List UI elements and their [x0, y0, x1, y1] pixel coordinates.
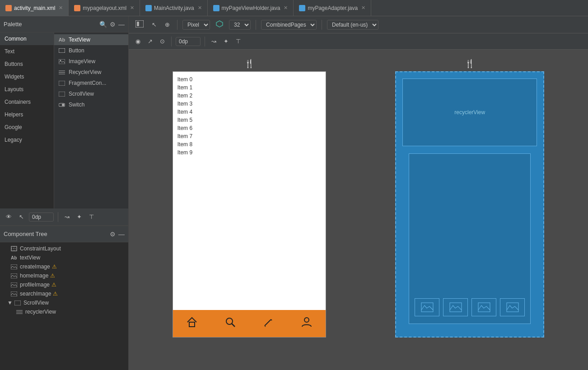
config-selector[interactable]: CombinedPages	[261, 20, 317, 30]
svg-rect-24	[189, 322, 195, 327]
category-item-legacy[interactable]: Legacy	[0, 134, 54, 146]
widget-icon-fragmentcon	[58, 80, 66, 86]
toolbar-btn-select[interactable]: ↖	[17, 212, 26, 222]
toolbar-btn-align[interactable]: ⊤	[233, 37, 243, 46]
api-selector[interactable]: 32	[229, 20, 251, 30]
category-item-layouts[interactable]: Layouts	[0, 83, 54, 96]
widget-scrollview[interactable]: ScrollView	[54, 88, 128, 99]
widget-recyclerview[interactable]: RecyclerView	[54, 67, 128, 78]
palette-minimize-icon[interactable]: —	[118, 21, 125, 28]
tree-expand-scrollview[interactable]: ▼	[7, 300, 14, 306]
palette-search-icon[interactable]: 🔍	[99, 21, 107, 28]
widget-list: Ab TextView Button ImageView	[54, 32, 128, 208]
tree-item-searchimage[interactable]: searchImage ⚠	[0, 289, 128, 298]
tab-mypageviewholder[interactable]: myPageViewHolder.java ✕	[208, 0, 294, 16]
blueprint-preview: 🍴 recyclerView	[395, 59, 544, 338]
widget-label-recyclerview: RecyclerView	[69, 69, 101, 75]
svg-point-9	[62, 103, 65, 106]
tab-activity-main[interactable]: activity_main.xml ✕	[0, 0, 69, 16]
tab-close-activity-main[interactable]: ✕	[59, 5, 63, 11]
tab-close-mypageadapter[interactable]: ✕	[361, 5, 365, 11]
tree-item-scrollview[interactable]: ▼ ScrollView	[0, 298, 128, 307]
user-icon[interactable]	[300, 316, 313, 331]
phone-screen: Item 0Item 1Item 2Item 3Item 4Item 5Item…	[173, 71, 326, 338]
toolbar-btn-transition[interactable]: ↝	[62, 212, 72, 222]
tree-item-profileimage[interactable]: profileImage ⚠	[0, 280, 128, 289]
widget-label-switch: Switch	[69, 102, 84, 108]
tab-mypagelayout[interactable]: mypagelayout.xml ✕	[69, 0, 140, 16]
tab-icon-xml	[5, 5, 12, 11]
tab-label-mypagelayout: mypagelayout.xml	[83, 5, 126, 11]
toolbar-api-icon	[214, 19, 225, 30]
list-item: Item 4	[177, 108, 321, 116]
top-toolbar-sep3	[322, 20, 322, 30]
blueprint-screen: recyclerView	[395, 71, 544, 338]
dp-value-input[interactable]	[176, 37, 201, 46]
warning-icon-profileimage: ⚠	[51, 282, 56, 288]
widget-imageview[interactable]: ImageView	[54, 56, 128, 67]
tab-close-mypagelayout[interactable]: ✕	[130, 5, 134, 11]
tree-item-constraintlayout[interactable]: ConstraintLayout	[0, 244, 128, 253]
toolbar-btn-toggle-view[interactable]	[133, 19, 146, 30]
category-item-helpers[interactable]: Helpers	[0, 108, 54, 121]
toolbar-btn-baseline[interactable]: ⊤	[87, 212, 96, 222]
device-selector[interactable]: Pixel	[182, 20, 210, 30]
svg-point-25	[226, 318, 233, 324]
tab-close-mypageviewholder[interactable]: ✕	[284, 5, 288, 11]
category-list: Common Text Buttons Widgets Layouts Cont…	[0, 32, 54, 208]
component-tree: Component Tree ⚙ — ConstraintLayout Ab t…	[0, 226, 128, 370]
category-item-text[interactable]: Text	[0, 45, 54, 58]
tree-icon-createimage	[11, 264, 18, 270]
tree-item-homeimage[interactable]: homeImage ⚠	[0, 271, 128, 280]
toolbar-sep1	[58, 212, 58, 222]
search-icon[interactable]	[224, 316, 237, 331]
toolbar-btn-view[interactable]: 👁	[4, 212, 14, 222]
palette-title: Palette	[4, 21, 99, 28]
tab-mypageadapter[interactable]: myPageAdapter.java ✕	[294, 0, 371, 16]
tree-icon-textview: Ab	[11, 254, 18, 261]
widget-fragmentcon[interactable]: FragmentCon...	[54, 78, 128, 88]
category-item-containers[interactable]: Containers	[0, 96, 54, 108]
tree-item-recyclerview[interactable]: recyclerView	[0, 307, 128, 316]
edit-icon[interactable]	[262, 316, 275, 331]
tree-icon-profileimage	[11, 282, 18, 288]
toolbar-dp-input[interactable]	[29, 213, 54, 222]
widget-textview[interactable]: Ab TextView	[54, 34, 128, 45]
tree-label-searchimage: searchImage	[20, 291, 51, 297]
toolbar-btn-wand[interactable]: ✦	[221, 37, 231, 46]
home-icon[interactable]	[186, 316, 198, 331]
list-item: Item 0	[177, 75, 321, 83]
category-item-widgets[interactable]: Widgets	[0, 70, 54, 83]
blueprint-bottom-section	[409, 153, 531, 324]
widget-label-textview: TextView	[69, 37, 90, 43]
category-item-google[interactable]: Google	[0, 121, 54, 134]
phone-nav-bar	[173, 310, 326, 337]
tree-label-profileimage: profileImage	[20, 282, 50, 288]
tree-settings-icon[interactable]: ⚙	[110, 231, 116, 238]
tab-close-mainactivity[interactable]: ✕	[198, 5, 202, 11]
tree-item-createimage[interactable]: createImage ⚠	[0, 262, 128, 271]
tree-minimize-icon[interactable]: —	[118, 231, 125, 238]
tab-mainactivity[interactable]: MainActivity.java ✕	[140, 0, 207, 16]
list-item: Item 7	[177, 132, 321, 140]
tree-item-textview[interactable]: Ab textView	[0, 253, 128, 262]
category-item-common[interactable]: Common	[0, 32, 54, 45]
toolbar-btn-cursor[interactable]: ↖	[149, 20, 159, 29]
toolbar-btn-design-view[interactable]: ◉	[133, 37, 143, 46]
tab-icon-xml2	[74, 5, 80, 11]
toolbar-btn-target[interactable]: ⊕	[163, 20, 172, 29]
widget-button[interactable]: Button	[54, 45, 128, 56]
toolbar-btn-both-view[interactable]: ⊙	[158, 37, 167, 46]
tree-label-scrollview: ScrollView	[23, 300, 49, 306]
design-toolbar: 👁 ↖ ↝ ✦ ⊤	[0, 208, 128, 226]
palette-settings-icon[interactable]: ⚙	[110, 21, 116, 28]
widget-icon-button	[58, 47, 66, 54]
category-item-buttons[interactable]: Buttons	[0, 58, 54, 70]
list-item: Item 2	[177, 92, 321, 100]
toolbar-btn-animate[interactable]: ↝	[209, 37, 219, 46]
widget-switch[interactable]: Switch	[54, 99, 128, 110]
toolbar-btn-magic[interactable]: ✦	[75, 212, 84, 222]
locale-selector[interactable]: Default (en-us)	[327, 20, 378, 30]
widget-icon-recyclerview	[58, 69, 66, 75]
toolbar-btn-blueprint-view[interactable]: ↗	[145, 37, 155, 46]
